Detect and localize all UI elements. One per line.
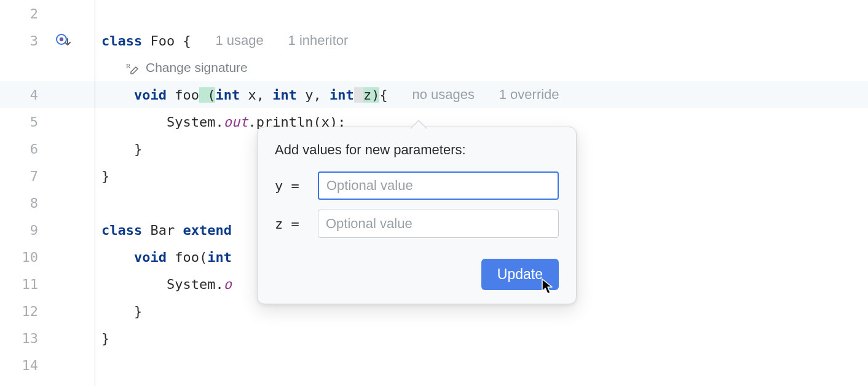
update-button[interactable]: Update [481, 259, 559, 290]
line-number: 6 [0, 141, 43, 157]
line-number: 11 [0, 277, 43, 292]
svg-text:R: R [126, 62, 131, 69]
add-parameter-values-popup: Add values for new parameters: y = z = U… [257, 127, 577, 304]
popup-title: Add values for new parameters: [275, 142, 559, 158]
diff-highlight: ) [371, 87, 379, 103]
line-number: 2 [0, 6, 43, 22]
line-number: 14 [0, 358, 43, 373]
keyword: void [134, 87, 167, 103]
code-line[interactable]: } [95, 325, 868, 352]
override-hint[interactable]: 1 override [499, 87, 559, 103]
diff-highlight: ( [199, 87, 216, 103]
param-label: y = [275, 178, 309, 194]
line-number: 8 [0, 195, 43, 211]
line-number: 12 [0, 304, 43, 319]
edit-icon: R [126, 61, 140, 74]
change-signature-hint[interactable]: R Change signature [95, 54, 868, 81]
diff-highlight: z [363, 87, 371, 103]
line-number: 9 [0, 223, 43, 238]
line-number: 3 [0, 33, 43, 49]
change-signature-label: Change signature [146, 60, 248, 75]
inheritor-hint[interactable]: 1 inheritor [288, 33, 349, 49]
line-number: 5 [0, 114, 43, 130]
code-line[interactable]: class Foo { 1 usage 1 inheritor [95, 27, 868, 54]
line-number: 13 [0, 331, 43, 346]
line-number: 4 [0, 87, 43, 103]
code-line[interactable]: void foo (int x, int y, int z){ no usage… [95, 81, 868, 108]
implemented-icon[interactable] [55, 33, 71, 48]
method-name: foo [175, 87, 199, 103]
keyword: class [101, 33, 142, 49]
line-number: 7 [0, 168, 43, 184]
gutter: 2 3 4 5 6 7 8 9 [0, 0, 95, 386]
line-number: 10 [0, 250, 43, 265]
usage-hint[interactable]: no usages [412, 87, 475, 103]
param-value-input-y[interactable] [318, 171, 559, 200]
param-row-z: z = [275, 210, 559, 238]
svg-point-1 [60, 37, 63, 41]
param-value-input-z[interactable] [318, 210, 559, 238]
usage-hint[interactable]: 1 usage [215, 33, 263, 49]
param-label: z = [275, 216, 309, 232]
param-row-y: y = [275, 171, 559, 200]
class-name: Foo [150, 33, 175, 49]
static-field: out [224, 114, 248, 130]
